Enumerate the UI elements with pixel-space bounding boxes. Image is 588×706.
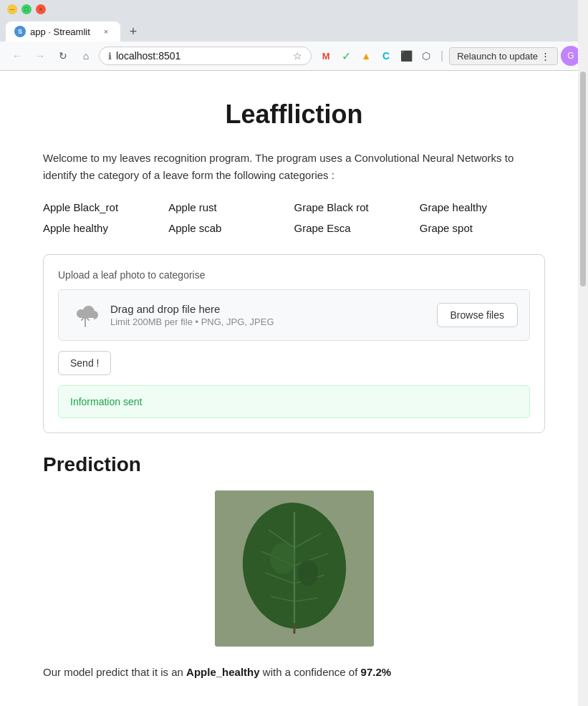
info-sent-text: Information sent [70,396,142,407]
drag-drop-text: Drag and drop file here [110,303,274,315]
gmail-icon[interactable]: M [317,47,334,64]
address-info-icon: ℹ [108,51,112,62]
tab-favicon: S [14,26,26,37]
extension-icons: M ✓ ▲ C ⬛ ⬡ [317,47,435,64]
bookmark-icon[interactable]: ☆ [293,50,302,62]
send-button[interactable]: Send ! [58,351,111,375]
nav-bar: ← → ↻ ⌂ ℹ ☆ M ✓ ▲ C ⬛ ⬡ | Relaunch to up… [0,42,588,71]
address-bar[interactable]: ℹ ☆ [99,47,312,65]
prediction-text: Our model predict that it is an Apple_he… [43,664,545,681]
drop-zone-left: Drag and drop file here Limit 200MB per … [70,300,274,330]
window-controls: ─ □ × [7,4,46,14]
close-button[interactable]: × [36,4,46,14]
active-tab[interactable]: S app · Streamlit × [6,21,120,42]
browse-files-button[interactable]: Browse files [437,303,518,327]
tab-close-button[interactable]: × [100,26,112,37]
prediction-title: Prediction [43,453,545,476]
checkmark-icon[interactable]: ✓ [337,47,355,64]
relaunch-label: Relaunch to update [457,51,538,62]
category-apple-healthy: Apple healthy [43,222,168,234]
prediction-confidence: 97.2% [361,666,392,678]
svg-point-13 [298,560,318,586]
minimize-button[interactable]: ─ [7,4,17,14]
prediction-class: Apple_healthy [186,666,260,678]
app-title: Leaffliction [43,100,545,130]
prediction-prefix: Our model predict that it is an [43,666,186,678]
puzzle-icon[interactable]: ▲ [357,47,375,64]
category-apple-scab: Apple scab [168,222,294,234]
bookmark-ext-icon[interactable]: ⬛ [397,47,415,64]
c-icon[interactable]: C [377,47,395,64]
category-grape-black-rot: Grape Black rot [294,201,420,213]
relaunch-button[interactable]: Relaunch to update ⋮ [449,47,558,65]
forward-button[interactable]: → [30,46,50,66]
home-button[interactable]: ⌂ [76,46,96,66]
puzzle2-icon[interactable]: ⬡ [418,47,435,64]
category-apple-rust: Apple rust [168,201,294,213]
page-content: Leaffliction Welcome to my leaves recogn… [0,71,588,706]
categories-grid: Apple Black_rot Apple rust Grape Black r… [43,201,545,234]
drop-zone[interactable]: Drag and drop file here Limit 200MB per … [58,289,530,341]
upload-label: Upload a leaf photo to categorise [58,269,530,281]
title-bar: ─ □ × [0,0,588,19]
cloud-upload-icon [70,300,100,330]
tabs-bar: S app · Streamlit × + [0,19,588,42]
category-grape-healthy: Grape healthy [420,201,545,213]
leaf-image-container [43,490,545,647]
svg-point-12 [270,543,296,574]
category-apple-black-rot: Apple Black_rot [43,201,168,213]
prediction-suffix: with a confidence of [260,666,361,678]
scrollbar-thumb[interactable] [580,72,586,286]
maximize-button[interactable]: □ [21,4,32,14]
address-input[interactable] [116,50,289,62]
back-button[interactable]: ← [7,46,27,66]
relaunch-menu-icon: ⋮ [541,51,550,62]
drop-text-container: Drag and drop file here Limit 200MB per … [110,303,274,327]
info-sent-banner: Information sent [58,385,530,418]
reload-button[interactable]: ↻ [53,46,73,66]
upload-container: Upload a leaf photo to categorise Drag a… [43,254,545,433]
scrollbar[interactable] [578,0,588,706]
app-description: Welcome to my leaves recognition program… [43,150,545,184]
leaf-image [215,490,374,647]
browser-chrome: ─ □ × S app · Streamlit × + ← → ↻ ⌂ ℹ ☆ … [0,0,588,71]
category-grape-spot: Grape spot [420,222,545,234]
tab-title: app · Streamlit [30,26,96,37]
file-limit-text: Limit 200MB per file • PNG, JPG, JPEG [110,316,274,327]
category-grape-esca: Grape Esca [294,222,420,234]
new-tab-button[interactable]: + [123,21,143,42]
